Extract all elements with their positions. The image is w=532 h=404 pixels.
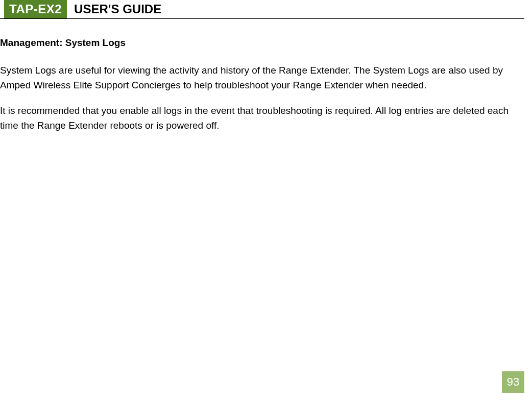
page-content: Management: System Logs System Logs are … — [0, 19, 532, 133]
page-number: 93 — [502, 371, 524, 393]
body-paragraph-2: It is recommended that you enable all lo… — [0, 103, 523, 133]
header-spacer — [0, 0, 4, 18]
section-heading: Management: System Logs — [0, 37, 523, 49]
document-title: USER'S GUIDE — [67, 0, 161, 18]
body-paragraph-1: System Logs are useful for viewing the a… — [0, 63, 523, 93]
product-badge: TAP-EX2 — [4, 0, 67, 18]
document-header: TAP-EX2 USER'S GUIDE — [0, 0, 524, 19]
